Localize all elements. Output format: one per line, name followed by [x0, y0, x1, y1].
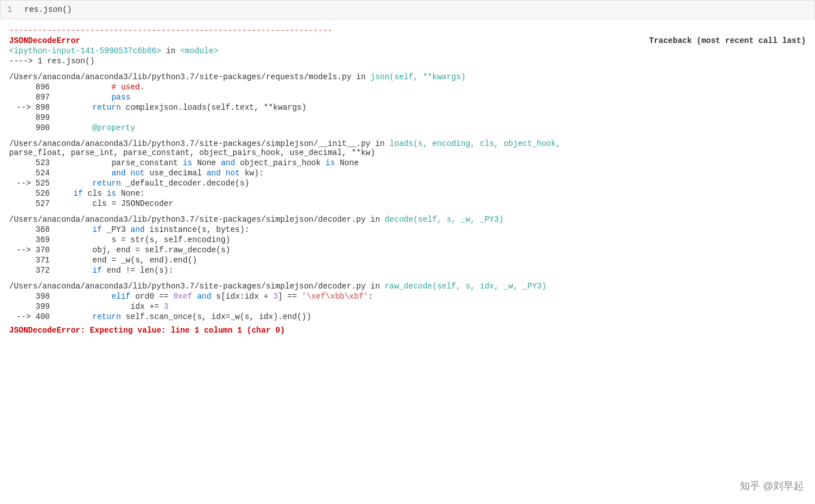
line-num-3-2: --> 400 — [9, 312, 54, 321]
line-content-2-1: s = str(s, self.encoding) — [54, 235, 230, 244]
code-line-3-0: 398 elif ord0 == 0xef and s[idx:idx + 3]… — [9, 292, 806, 301]
line-num-2-4: 372 — [9, 266, 54, 275]
code-line-2-0: 368 if _PY3 and isinstance(s, bytes): — [9, 225, 806, 234]
line-content-3-1: idx += 3 — [54, 302, 169, 311]
line-content-0-1: pass — [54, 93, 130, 102]
code-line-1-1: 524 and not use_decimal and not kw): — [9, 169, 806, 178]
line-content-1-3: if cls is None: — [54, 189, 145, 198]
file-path-2: /Users/anaconda/anaconda3/lib/python3.7/… — [9, 215, 366, 224]
line-num-0-2: --> 898 — [9, 103, 54, 112]
code-input-content: res.json() — [24, 5, 72, 14]
line-num-0-4: 900 — [9, 123, 54, 132]
arrow-line: ----> 1 res.json() — [9, 57, 806, 66]
code-line-3-2: --> 400 return self.scan_once(s, idx=_w(… — [9, 312, 806, 321]
in-label-1: in — [166, 46, 180, 55]
line-num-1-4: 527 — [9, 199, 54, 208]
code-line-1-4: 527 cls = JSONDecoder — [9, 199, 806, 208]
line-content-3-0: elif ord0 == 0xef and s[idx:idx + 3] == … — [54, 292, 373, 301]
code-line-0-1: 897 pass — [9, 93, 806, 102]
line-content-2-0: if _PY3 and isinstance(s, bytes): — [54, 225, 250, 234]
in-label-3: in — [366, 282, 385, 291]
code-line-1-2: --> 525 return _default_decoder.decode(s… — [9, 179, 806, 188]
code-line-1-3: 526 if cls is None: — [9, 189, 806, 198]
line-content-1-4: cls = JSONDecoder — [54, 199, 173, 208]
code-line-3-1: 399 idx += 3 — [9, 302, 806, 311]
code-line-2-1: 369 s = str(s, self.encoding) — [9, 235, 806, 244]
file-path-0: /Users/anaconda/anaconda3/lib/python3.7/… — [9, 72, 351, 81]
func-name-0: json(self, **kwargs) — [371, 72, 466, 81]
line-num-3-1: 399 — [9, 302, 54, 311]
error-header-row: JSONDecodeError Traceback (most recent c… — [9, 36, 806, 45]
code-line-0-2: --> 898 return complexjson.loads(self.te… — [9, 103, 806, 112]
sections-container: /Users/anaconda/anaconda3/lib/python3.7/… — [9, 72, 806, 321]
code-line-1-0: 523 parse_constant is None and object_pa… — [9, 158, 806, 167]
line-num-2-0: 368 — [9, 225, 54, 234]
line-num-2-3: 371 — [9, 256, 54, 265]
error-bottom: JSONDecodeError: Expecting value: line 1… — [9, 326, 806, 335]
code-line-2-3: 371 end = _w(s, end).end() — [9, 256, 806, 265]
line-num-1-0: 523 — [9, 158, 54, 167]
line-content-2-3: end = _w(s, end).end() — [54, 256, 197, 265]
traceback-divider: ----------------------------------------… — [9, 26, 806, 35]
section-2: /Users/anaconda/anaconda3/lib/python3.7/… — [9, 215, 806, 275]
in-label-1: in — [371, 139, 390, 148]
line-num-1-2: --> 525 — [9, 179, 54, 188]
line-content-0-2: return complexjson.loads(self.text, **kw… — [54, 103, 306, 112]
code-line-0-4: 900 @property — [9, 123, 806, 132]
in-label-0: in — [351, 72, 371, 81]
func-name-2: decode(self, s, _w, _PY3) — [385, 215, 504, 224]
code-line-2-2: --> 370 obj, end = self.raw_decode(s) — [9, 245, 806, 255]
line-number: 1 — [7, 5, 24, 14]
file-path-line-3: /Users/anaconda/anaconda3/lib/python3.7/… — [9, 282, 806, 291]
line-num-0-3: 899 — [9, 113, 54, 122]
file-path-line-2: /Users/anaconda/anaconda3/lib/python3.7/… — [9, 215, 806, 224]
func-name-3: raw_decode(self, s, idx, _w, _PY3) — [385, 282, 547, 291]
section-3: /Users/anaconda/anaconda3/lib/python3.7/… — [9, 282, 806, 321]
line-num-0-0: 896 — [9, 83, 54, 92]
line-content-1-2: return _default_decoder.decode(s) — [54, 179, 250, 188]
file-path-3: /Users/anaconda/anaconda3/lib/python3.7/… — [9, 282, 366, 291]
module-ref: <module> — [180, 46, 218, 55]
code-line-0-3: 899 — [9, 113, 806, 122]
line-content-1-1: and not use_decimal and not kw): — [54, 169, 264, 178]
file-path-1: /Users/anaconda/anaconda3/lib/python3.7/… — [9, 139, 371, 148]
line-num-1-3: 526 — [9, 189, 54, 198]
section-1: /Users/anaconda/anaconda3/lib/python3.7/… — [9, 139, 806, 208]
line-num-0-1: 897 — [9, 93, 54, 102]
line-content-0-0: # used. — [54, 83, 145, 92]
line-num-2-2: --> 370 — [9, 245, 54, 255]
func-name-1: loads(s, encoding, cls, object_hook, — [389, 139, 560, 148]
line-num-2-1: 369 — [9, 235, 54, 244]
line-content-3-2: return self.scan_once(s, idx=_w(s, idx).… — [54, 312, 311, 321]
input-ref: <ipython-input-141-5990537c6b86> — [9, 46, 161, 55]
input-ref-line: <ipython-input-141-5990537c6b86> in <mod… — [9, 46, 806, 55]
line-content-2-4: if end != len(s): — [54, 266, 173, 275]
traceback-area: ----------------------------------------… — [0, 19, 815, 342]
file-path-line-0: /Users/anaconda/anaconda3/lib/python3.7/… — [9, 72, 806, 81]
code-line-0-0: 896 # used. — [9, 83, 806, 92]
error-type: JSONDecodeError — [9, 36, 80, 45]
func-continued-1: parse_float, parse_int, parse_constant, … — [9, 148, 375, 157]
line-content-0-4: @property — [54, 123, 135, 132]
line-content-2-2: obj, end = self.raw_decode(s) — [54, 245, 230, 255]
file-path-line-1: /Users/anaconda/anaconda3/lib/python3.7/… — [9, 139, 806, 157]
section-0: /Users/anaconda/anaconda3/lib/python3.7/… — [9, 72, 806, 132]
line-content-1-0: parse_constant is None and object_pairs_… — [54, 158, 359, 167]
in-label-2: in — [366, 215, 385, 224]
traceback-header: Traceback (most recent call last) — [649, 36, 806, 45]
code-input-area: 1 res.json() — [0, 0, 815, 19]
line-num-3-0: 398 — [9, 292, 54, 301]
code-line-2-4: 372 if end != len(s): — [9, 266, 806, 275]
line-num-1-1: 524 — [9, 169, 54, 178]
